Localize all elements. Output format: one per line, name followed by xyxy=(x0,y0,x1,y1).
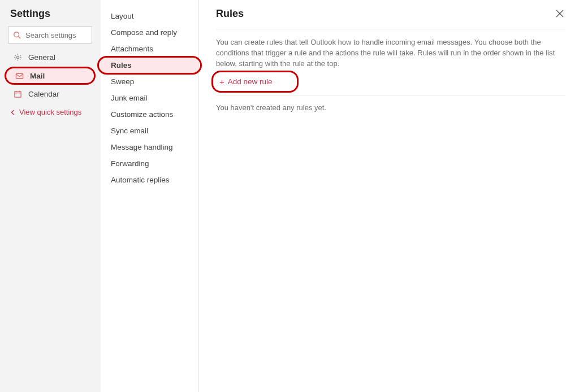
calendar-icon xyxy=(12,90,23,98)
rules-empty-text: You haven't created any rules yet. xyxy=(216,95,565,112)
svg-rect-4 xyxy=(14,92,20,97)
mail-submenu: Layout Compose and reply Attachments Rul… xyxy=(101,0,199,392)
view-quick-settings-link[interactable]: View quick settings xyxy=(0,102,100,116)
submenu-item-compose[interactable]: Compose and reply xyxy=(101,24,198,41)
settings-sidebar: Settings General xyxy=(0,0,101,392)
plus-icon: + xyxy=(219,77,224,86)
close-icon xyxy=(555,9,564,18)
add-new-rule-button[interactable]: + Add new rule xyxy=(216,74,295,89)
submenu-item-sweep[interactable]: Sweep xyxy=(101,73,198,90)
submenu-item-rules[interactable]: Rules xyxy=(101,57,198,73)
mail-icon xyxy=(14,72,24,80)
submenu-item-forwarding[interactable]: Forwarding xyxy=(101,155,198,172)
search-settings-box[interactable] xyxy=(8,27,92,43)
svg-rect-3 xyxy=(16,73,23,78)
rules-heading: Rules xyxy=(216,8,565,29)
submenu-item-layout[interactable]: Layout xyxy=(101,8,198,24)
gear-icon xyxy=(12,53,23,62)
sidebar-item-label: General xyxy=(28,53,55,62)
submenu-item-message-handling[interactable]: Message handling xyxy=(101,139,198,155)
view-quick-settings-label: View quick settings xyxy=(19,108,81,116)
sidebar-item-mail[interactable]: Mail xyxy=(5,67,96,85)
submenu-label: Customize actions xyxy=(111,110,173,119)
submenu-label: Message handling xyxy=(111,143,173,151)
search-settings-input[interactable] xyxy=(25,31,92,40)
svg-point-2 xyxy=(16,56,19,58)
sidebar-item-label: Mail xyxy=(30,72,45,80)
submenu-item-junk[interactable]: Junk email xyxy=(101,90,198,106)
sidebar-item-general[interactable]: General xyxy=(0,49,100,66)
settings-title: Settings xyxy=(0,8,100,27)
submenu-label: Attachments xyxy=(111,45,153,53)
rules-description: You can create rules that tell Outlook h… xyxy=(216,29,565,74)
submenu-label: Sweep xyxy=(111,77,134,86)
close-button[interactable] xyxy=(555,9,567,20)
svg-line-1 xyxy=(19,37,21,39)
submenu-item-customize[interactable]: Customize actions xyxy=(101,106,198,123)
svg-point-0 xyxy=(14,32,19,37)
submenu-label: Rules xyxy=(111,61,132,69)
sidebar-item-label: Calendar xyxy=(28,90,59,98)
submenu-item-autoreplies[interactable]: Automatic replies xyxy=(101,172,198,188)
add-new-rule-label: Add new rule xyxy=(228,77,273,86)
submenu-label: Forwarding xyxy=(111,159,149,168)
submenu-item-sync[interactable]: Sync email xyxy=(101,123,198,139)
submenu-label: Compose and reply xyxy=(111,28,177,37)
submenu-label: Automatic replies xyxy=(111,176,170,184)
search-icon xyxy=(13,31,21,39)
submenu-label: Layout xyxy=(111,12,134,20)
sidebar-item-calendar[interactable]: Calendar xyxy=(0,86,100,102)
submenu-label: Junk email xyxy=(111,94,148,102)
submenu-item-attachments[interactable]: Attachments xyxy=(101,41,198,57)
chevron-left-icon xyxy=(10,110,16,115)
submenu-label: Sync email xyxy=(111,127,148,135)
rules-panel: Rules You can create rules that tell Out… xyxy=(199,0,579,392)
